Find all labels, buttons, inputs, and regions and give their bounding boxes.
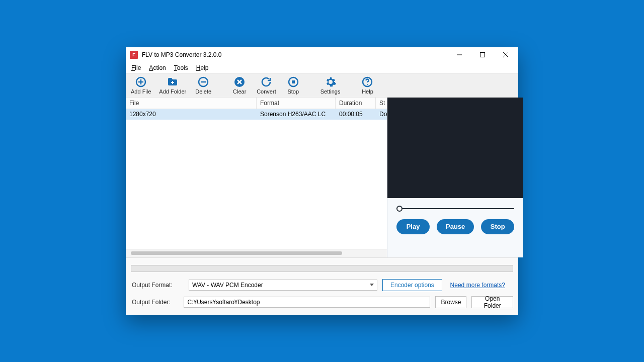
refresh-icon: [260, 76, 272, 88]
toolbar: Add File Add Folder Delete Clear Convert…: [126, 73, 518, 98]
output-folder-label: Output Folder:: [131, 299, 179, 306]
horizontal-scrollbar[interactable]: [126, 249, 387, 257]
output-folder-input[interactable]: [184, 297, 430, 308]
seek-bar[interactable]: [387, 198, 523, 219]
help-button[interactable]: Help: [354, 75, 380, 96]
gear-icon: [325, 76, 337, 88]
menu-file-rest: ile: [135, 64, 141, 71]
output-format-row: Output Format: WAV - WAV PCM Encoder Enc…: [131, 279, 513, 291]
app-window: F FLV to MP3 Converter 3.2.0.0 File Acti…: [126, 47, 518, 315]
close-button[interactable]: [494, 47, 517, 62]
minus-circle-icon: [197, 76, 209, 88]
seek-track[interactable]: [396, 208, 514, 209]
preview-buttons: Play Pause Stop: [387, 219, 523, 243]
preview-stop-button[interactable]: Stop: [481, 219, 514, 234]
menu-help[interactable]: Help: [193, 63, 212, 72]
convert-button[interactable]: Convert: [253, 75, 280, 96]
settings-button[interactable]: Settings: [316, 75, 345, 96]
help-label: Help: [362, 88, 373, 95]
title-bar: F FLV to MP3 Converter 3.2.0.0: [126, 47, 518, 62]
svg-rect-0: [480, 52, 485, 57]
seek-thumb[interactable]: [396, 206, 403, 212]
browse-button[interactable]: Browse: [435, 296, 466, 308]
cell-status: Do: [376, 111, 387, 118]
clear-label: Clear: [233, 88, 246, 95]
cell-file: 644x362: [126, 111, 257, 118]
col-status[interactable]: St: [376, 98, 387, 109]
output-format-select[interactable]: WAV - WAV PCM Encoder: [189, 280, 377, 291]
preview-panel: Play Pause Stop: [387, 98, 523, 257]
stop-button[interactable]: Stop: [280, 75, 306, 96]
rows: 644x362 Sorenson H263/AAC LC 00:00:05 D…: [126, 109, 387, 249]
output-format-value: WAV - WAV PCM Encoder: [192, 282, 263, 289]
question-circle-icon: [361, 76, 373, 88]
convert-label: Convert: [257, 88, 276, 95]
main-area: File Format Duration St 644x362 Sorenso…: [126, 98, 518, 257]
window-controls: [448, 47, 517, 62]
menu-bar: File Action Tools Help: [126, 62, 518, 73]
folder-plus-icon: [167, 76, 179, 88]
scrollbar-thumb[interactable]: [131, 251, 342, 255]
stop-circle-icon: [287, 76, 299, 88]
column-headers: File Format Duration St: [126, 98, 387, 109]
col-file[interactable]: File: [126, 98, 257, 109]
video-preview: [387, 98, 523, 198]
add-file-label: Add File: [131, 88, 151, 95]
play-button[interactable]: Play: [396, 219, 430, 234]
need-more-formats-link[interactable]: Need more formats?: [450, 282, 505, 289]
plus-circle-icon: [135, 76, 147, 88]
encoder-options-button[interactable]: Encoder options: [382, 279, 442, 291]
stop-label: Stop: [287, 88, 299, 95]
menu-tools[interactable]: Tools: [171, 63, 192, 72]
window-title: FLV to MP3 Converter 3.2.0.0: [142, 51, 222, 58]
menu-action[interactable]: Action: [145, 63, 169, 72]
bottom-panel: Output Format: WAV - WAV PCM Encoder Enc…: [126, 257, 518, 315]
x-circle-icon: [233, 76, 246, 88]
pause-button[interactable]: Pause: [437, 219, 474, 234]
table-row[interactable]: 644x362 Sorenson H263/AAC LC 00:00:05 D…: [126, 109, 387, 120]
add-folder-button[interactable]: Add Folder: [155, 75, 190, 96]
col-duration[interactable]: Duration: [336, 98, 376, 109]
clear-button[interactable]: Clear: [226, 75, 253, 96]
col-format[interactable]: Format: [257, 98, 336, 109]
file-list: File Format Duration St 644x362 Sorenso…: [126, 98, 387, 257]
minimize-button[interactable]: [448, 47, 471, 62]
settings-label: Settings: [320, 88, 341, 95]
add-folder-label: Add Folder: [159, 88, 186, 95]
cell-format: Sorenson H263/AAC LC: [257, 111, 336, 118]
open-folder-button[interactable]: Open Folder: [471, 296, 513, 308]
progress-bar: [131, 265, 513, 272]
output-format-label: Output Format:: [131, 282, 184, 289]
svg-point-7: [367, 84, 368, 85]
chevron-down-icon: [370, 284, 374, 286]
add-file-button[interactable]: Add File: [127, 75, 155, 96]
maximize-button[interactable]: [471, 47, 494, 62]
menu-file[interactable]: File: [128, 63, 144, 72]
app-icon: F: [130, 51, 138, 59]
cell-duration: 00:00:05: [336, 111, 376, 118]
svg-rect-5: [292, 80, 295, 83]
output-folder-row: Output Folder: Browse Open Folder: [131, 296, 513, 308]
delete-label: Delete: [195, 88, 211, 95]
delete-button[interactable]: Delete: [190, 75, 216, 96]
